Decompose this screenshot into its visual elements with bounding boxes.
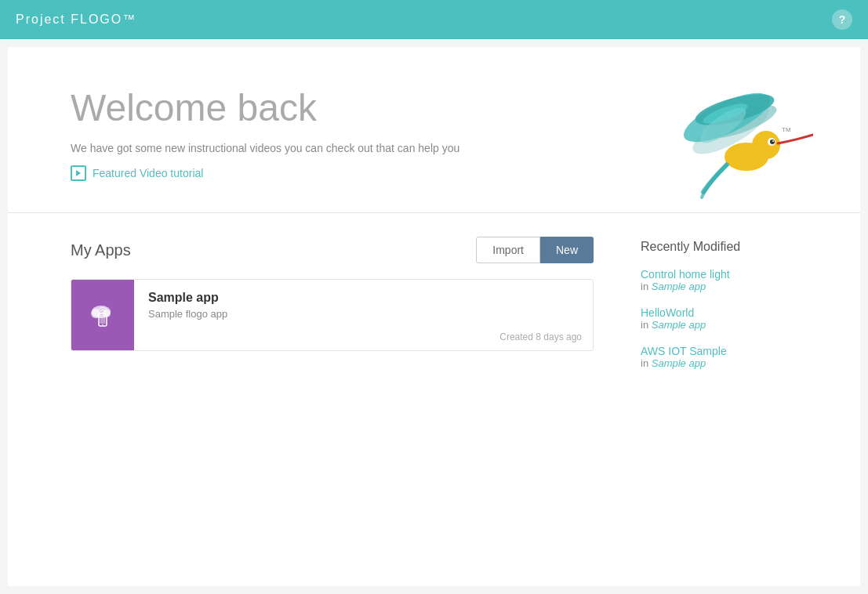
app-card[interactable]: Sample app Sample flogo app Created 8 da… <box>71 279 594 351</box>
app-name: Sample app <box>148 291 579 305</box>
recent-item-0: Control home light in Sample app <box>641 268 797 292</box>
welcome-section: Welcome back We have got some new instru… <box>8 47 860 213</box>
import-button[interactable]: Import <box>476 237 540 263</box>
video-link-label: Featured Video tutorial <box>93 167 203 179</box>
app-card-icon <box>71 280 134 350</box>
recent-item-2: AWS IOT Sample in Sample app <box>641 345 797 369</box>
recently-modified-title: Recently Modified <box>641 237 797 254</box>
main-panel: Welcome back We have got some new instru… <box>8 47 860 586</box>
apps-header: My Apps Import New <box>71 237 594 263</box>
recent-app-link-2[interactable]: Sample app <box>652 357 706 369</box>
apps-section: My Apps Import New <box>8 213 860 407</box>
recent-flow-name-1[interactable]: HelloWorld <box>641 306 797 319</box>
my-apps-panel: My Apps Import New <box>71 237 594 383</box>
hummingbird-illustration: TM <box>609 71 813 212</box>
my-apps-title: My Apps <box>71 241 131 259</box>
recent-in-0: in Sample app <box>641 281 797 292</box>
recent-app-link-0[interactable]: Sample app <box>652 281 706 292</box>
svg-marker-0 <box>76 170 81 176</box>
recent-in-1: in Sample app <box>641 319 797 331</box>
help-button[interactable]: ? <box>832 9 852 30</box>
recent-item-1: HelloWorld in Sample app <box>641 306 797 331</box>
app-header: Project FLOGO™ ? <box>0 0 868 39</box>
video-icon <box>71 165 86 181</box>
svg-point-9 <box>770 139 775 144</box>
svg-text:TM: TM <box>782 126 791 133</box>
svg-point-10 <box>772 140 774 142</box>
recent-flow-name-2[interactable]: AWS IOT Sample <box>641 345 797 357</box>
svg-point-18 <box>102 324 104 326</box>
recent-app-link-1[interactable]: Sample app <box>652 319 706 331</box>
app-description: Sample flogo app <box>148 308 579 320</box>
app-logo: Project FLOGO™ <box>16 13 136 27</box>
app-card-content: Sample app Sample flogo app Created 8 da… <box>134 280 593 350</box>
svg-rect-17 <box>100 315 106 324</box>
new-button[interactable]: New <box>540 237 594 263</box>
recent-flow-name-0[interactable]: Control home light <box>641 268 797 281</box>
svg-point-7 <box>752 131 780 159</box>
recent-in-2: in Sample app <box>641 357 797 369</box>
app-created: Created 8 days ago <box>499 331 582 342</box>
recently-modified-panel: Recently Modified Control home light in … <box>641 237 797 383</box>
apps-actions: Import New <box>476 237 594 263</box>
